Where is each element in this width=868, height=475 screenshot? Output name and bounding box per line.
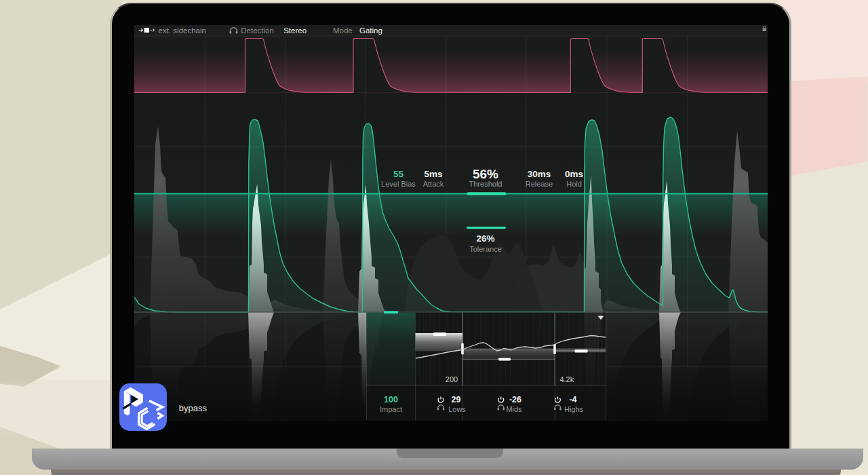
svg-text:Level Bias: Level Bias bbox=[381, 180, 416, 188]
svg-text:26%: 26% bbox=[476, 233, 494, 244]
svg-text:Tolerance: Tolerance bbox=[469, 245, 502, 253]
svg-text:Hold: Hold bbox=[566, 180, 582, 188]
svg-text:Impact: Impact bbox=[380, 405, 402, 413]
svg-text:100: 100 bbox=[384, 395, 398, 404]
svg-text:Gating: Gating bbox=[359, 26, 382, 35]
svg-text:-4: -4 bbox=[569, 395, 576, 404]
svg-text:4.2k: 4.2k bbox=[559, 375, 574, 383]
svg-text:Attack: Attack bbox=[423, 180, 444, 188]
svg-text:200: 200 bbox=[446, 375, 458, 383]
svg-text:Threshold: Threshold bbox=[469, 180, 502, 188]
svg-text:Lows: Lows bbox=[448, 405, 466, 413]
svg-text:Stereo: Stereo bbox=[283, 26, 307, 35]
svg-text:Mode: Mode bbox=[333, 26, 353, 35]
svg-text:Release: Release bbox=[526, 180, 553, 188]
svg-text:-26: -26 bbox=[509, 395, 521, 404]
svg-text:30ms: 30ms bbox=[528, 169, 551, 179]
svg-text:Highs: Highs bbox=[564, 405, 584, 413]
svg-text:ext. sidechain: ext. sidechain bbox=[159, 26, 206, 35]
svg-text:bypass: bypass bbox=[179, 403, 208, 413]
svg-text:55: 55 bbox=[393, 169, 404, 179]
svg-text:29: 29 bbox=[452, 395, 461, 404]
svg-text:5ms: 5ms bbox=[424, 169, 442, 179]
svg-text:0ms: 0ms bbox=[565, 169, 583, 179]
svg-text:Mids: Mids bbox=[506, 405, 522, 413]
svg-text:Detection: Detection bbox=[241, 26, 274, 35]
